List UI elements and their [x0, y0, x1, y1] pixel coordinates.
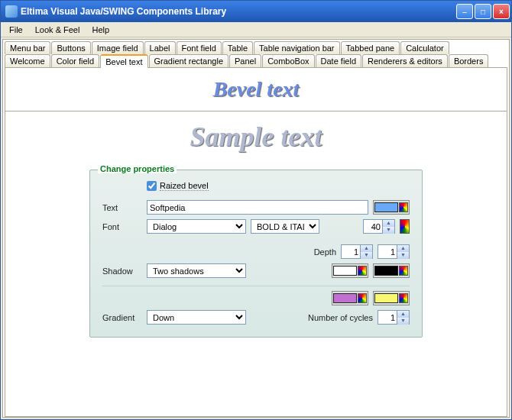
shadow-color2-button[interactable]: [373, 263, 410, 278]
maximize-button[interactable]: □: [475, 4, 491, 19]
titlebar: Eltima Visual Java/SWING Components Libr…: [1, 1, 511, 22]
gradient-select[interactable]: Down: [147, 310, 246, 325]
raized-bevel-checkbox[interactable]: [147, 181, 157, 191]
text-label: Text: [102, 203, 142, 212]
shadow-color1-button[interactable]: [332, 263, 368, 278]
tab-buttons[interactable]: Buttons: [51, 41, 90, 54]
font-name-select[interactable]: Dialog: [147, 219, 246, 234]
close-button[interactable]: ×: [493, 4, 510, 19]
tab-content: Bevel text Sample text Change properties…: [5, 67, 507, 417]
tab-row-1: Menu barButtonsImage fieldLabelFont fiel…: [5, 41, 507, 54]
tab-font-field[interactable]: Font field: [177, 41, 222, 54]
menu-file[interactable]: File: [3, 24, 29, 36]
spin-up-icon[interactable]: ▲: [382, 220, 394, 227]
tab-bevel-text[interactable]: Bevel text: [100, 54, 147, 68]
tab-table-navigation-bar[interactable]: Table navigation bar: [254, 41, 339, 54]
tab-table[interactable]: Table: [222, 41, 253, 54]
properties-panel: Change properties Raized bevel Text: [89, 170, 423, 338]
tab-tabbed-pane[interactable]: Tabbed pane: [341, 41, 400, 54]
panel-title: Change properties: [98, 164, 177, 173]
tab-image-field[interactable]: Image field: [92, 41, 144, 54]
tab-date-field[interactable]: Date field: [316, 54, 361, 68]
text-color-swatch: [374, 202, 398, 212]
font-size-spinner[interactable]: ▲▼: [363, 219, 395, 234]
cycles-label: Number of cycles: [308, 313, 373, 322]
tab-menu-bar[interactable]: Menu bar: [5, 41, 50, 54]
text-input[interactable]: [147, 200, 368, 215]
tab-renderers-editors[interactable]: Renderers & editors: [362, 54, 448, 68]
app-icon: [5, 5, 18, 18]
color-picker-icon: [399, 293, 408, 303]
menu-help[interactable]: Help: [86, 24, 115, 36]
raized-bevel-label[interactable]: Raized bevel: [160, 181, 209, 191]
window-title: Eltima Visual Java/SWING Components Libr…: [21, 6, 456, 17]
minimize-button[interactable]: –: [456, 4, 473, 19]
panel-divider: [102, 286, 410, 286]
shadow-select[interactable]: Two shadows: [147, 263, 246, 278]
divider: [5, 111, 507, 111]
tab-gradient-rectangle[interactable]: Gradient rectangle: [149, 54, 229, 68]
shadow-label: Shadow: [102, 267, 142, 276]
gradient-color1-button[interactable]: [332, 291, 368, 305]
menu-look-feel[interactable]: Look & Feel: [29, 24, 86, 36]
tab-combobox[interactable]: ComboBox: [262, 54, 314, 68]
color-picker-icon: [399, 202, 408, 212]
tab-row-2: WelcomeColor fieldBevel textGradient rec…: [5, 54, 507, 68]
tab-label[interactable]: Label: [144, 41, 176, 54]
color-picker-icon: [358, 293, 367, 303]
font-size-input[interactable]: [364, 222, 382, 231]
font-picker-icon[interactable]: [400, 219, 410, 234]
text-color-button[interactable]: [373, 200, 410, 215]
depth2-spinner[interactable]: ▲▼: [378, 244, 410, 259]
tab-color-field[interactable]: Color field: [51, 54, 100, 68]
tab-panel[interactable]: Panel: [229, 54, 261, 68]
font-label: Font: [102, 222, 142, 231]
tabs-area: Menu barButtonsImage fieldLabelFont fiel…: [2, 39, 510, 418]
app-window: Eltima Visual Java/SWING Components Libr…: [0, 0, 512, 420]
tab-welcome[interactable]: Welcome: [5, 54, 50, 68]
spin-down-icon[interactable]: ▼: [382, 227, 394, 234]
depth1-spinner[interactable]: ▲▼: [341, 244, 373, 259]
font-style-select[interactable]: BOLD & ITALIC: [251, 219, 319, 234]
gradient-label: Gradient: [102, 313, 142, 322]
color-picker-icon: [399, 266, 408, 276]
page-heading: Bevel text: [5, 77, 507, 102]
menubar: File Look & Feel Help: [1, 22, 511, 37]
cycles-spinner[interactable]: ▲▼: [378, 310, 410, 325]
depth-label: Depth: [314, 247, 336, 257]
color-picker-icon: [358, 266, 367, 276]
sample-text: Sample text: [5, 121, 507, 153]
tab-borders[interactable]: Borders: [449, 54, 489, 68]
tab-calculator[interactable]: Calculator: [400, 41, 449, 54]
gradient-color2-button[interactable]: [373, 291, 410, 305]
